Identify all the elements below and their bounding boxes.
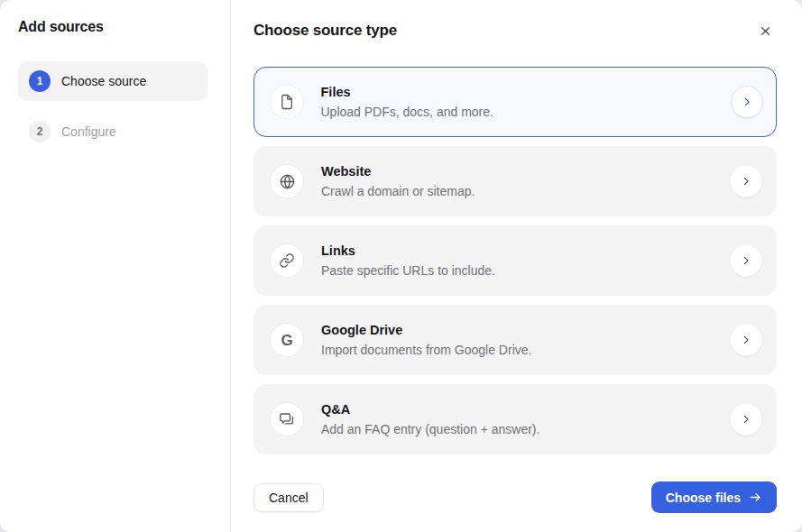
dialog-footer: Cancel Choose files (254, 482, 777, 513)
step-label: Configure (61, 124, 116, 139)
chevron-right-icon[interactable] (730, 403, 762, 436)
arrow-right-icon (749, 491, 762, 504)
card-title: Q&A (321, 400, 730, 418)
source-card-files[interactable]: Files Upload PDFs, docs, and more. (254, 67, 777, 137)
add-sources-dialog: Add sources 1 Choose source 2 Configure … (0, 0, 802, 532)
source-card-qa[interactable]: Q&A Add an FAQ entry (question + answer)… (254, 384, 777, 454)
chevron-right-icon[interactable] (730, 244, 762, 277)
chevron-right-icon[interactable] (730, 324, 762, 356)
card-description: Upload PDFs, docs, and more. (321, 103, 731, 121)
card-description: Import documents from Google Drive. (321, 341, 730, 359)
close-icon (760, 25, 771, 37)
page-title: Choose source type (254, 20, 397, 41)
card-title: Website (321, 162, 730, 180)
sidebar: Add sources 1 Choose source 2 Configure (0, 0, 231, 532)
main-panel: Choose source type Files Upload PDFs, do… (231, 0, 802, 532)
chevron-right-icon[interactable] (730, 165, 762, 197)
choose-files-label: Choose files (666, 491, 741, 505)
step-configure[interactable]: 2 Configure (18, 112, 207, 151)
link-icon (271, 244, 303, 277)
globe-icon (271, 165, 303, 197)
cancel-button[interactable]: Cancel (254, 483, 324, 512)
step-list: 1 Choose source 2 Configure (18, 61, 207, 151)
chevron-right-icon[interactable] (731, 86, 763, 118)
file-icon (271, 86, 303, 118)
step-number-badge: 1 (29, 70, 51, 92)
close-button[interactable] (753, 19, 777, 42)
source-card-website[interactable]: Website Crawl a domain or sitemap. (254, 146, 777, 216)
main-header: Choose source type (254, 19, 777, 42)
card-title: Google Drive (321, 321, 730, 339)
choose-files-button[interactable]: Choose files (651, 482, 777, 513)
source-card-google-drive[interactable]: G Google Drive Import documents from Goo… (254, 305, 777, 375)
step-choose-source[interactable]: 1 Choose source (18, 61, 207, 101)
google-drive-icon: G (271, 324, 303, 356)
card-title: Links (321, 242, 730, 260)
card-description: Add an FAQ entry (question + answer). (321, 420, 730, 438)
card-description: Crawl a domain or sitemap. (321, 182, 730, 200)
source-card-links[interactable]: Links Paste specific URLs to include. (254, 225, 777, 296)
card-description: Paste specific URLs to include. (321, 261, 730, 280)
qa-chat-icon (271, 403, 303, 436)
dialog-title: Add sources (18, 18, 207, 36)
step-label: Choose source (61, 74, 146, 88)
card-title: Files (321, 83, 731, 101)
step-number-badge: 2 (29, 121, 51, 142)
